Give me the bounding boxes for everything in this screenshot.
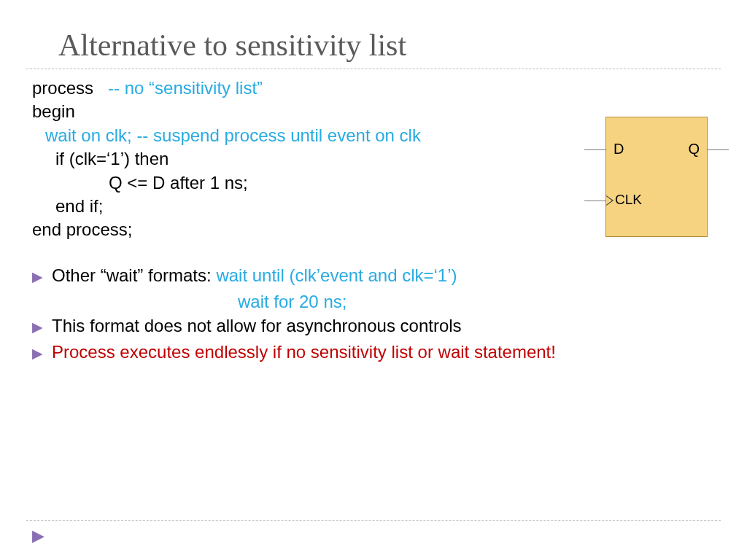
flipflop-box: D Q CLK [605, 117, 708, 237]
bullet-icon: ▶ [32, 264, 52, 287]
bullet-1-code2: wait for 20 ns; [32, 290, 715, 314]
code-comment-1: -- no “sensitivity list” [108, 78, 263, 98]
footer-divider [26, 520, 721, 521]
slide-title: Alternative to sensitivity list [26, 0, 721, 69]
label-q: Q [688, 141, 700, 158]
code-line-1: process -- no “sensitivity list” [32, 77, 715, 100]
footer-triangle-icon: ▶ [32, 526, 44, 545]
bullet-icon: ▶ [32, 314, 52, 337]
bullet-list: ▶ Other “wait” formats: wait until (clk’… [32, 264, 715, 365]
bullet-item-1: ▶ Other “wait” formats: wait until (clk’… [32, 264, 715, 287]
label-clk: CLK [615, 192, 642, 208]
bullet-icon: ▶ [32, 341, 52, 363]
code-keyword-process: process [32, 78, 108, 98]
wire-d [584, 149, 606, 150]
label-d: D [614, 141, 624, 158]
bullet-item-3: ▶ Process executes endlessly if no sensi… [32, 341, 715, 364]
bullet-2-text: This format does not allow for asynchron… [52, 314, 715, 338]
flipflop-diagram: D Q CLK [605, 117, 708, 237]
clock-triangle-inner [606, 196, 612, 205]
wire-clk [584, 201, 606, 201]
wire-q [707, 149, 729, 150]
bullet-3-text: Process executes endlessly if no sensiti… [52, 341, 715, 364]
bullet-1-code1: wait until (clk’event and clk=‘1’) [216, 265, 457, 285]
bullet-1-label: Other “wait” formats: [52, 265, 216, 285]
bullet-item-2: ▶ This format does not allow for asynchr… [32, 314, 715, 338]
